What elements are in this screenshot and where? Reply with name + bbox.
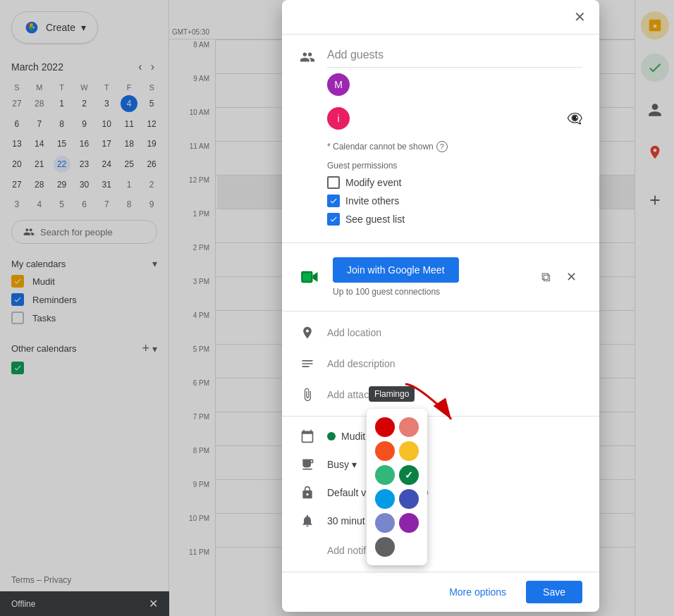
guest-avatar-2: i <box>327 107 350 130</box>
calendar-icon <box>299 428 316 445</box>
guests-icon <box>299 49 316 66</box>
status-chevron-icon: ▾ <box>352 459 357 470</box>
meet-copy-button[interactable]: ⧉ <box>534 266 557 288</box>
description-placeholder: Add description <box>327 358 396 369</box>
divider-2 <box>282 311 599 312</box>
color-swatch-grape[interactable] <box>399 513 419 533</box>
svg-rect-3 <box>303 273 312 281</box>
divider-3 <box>282 416 599 417</box>
visibility-row[interactable]: Default visibility ▾ ? <box>282 479 599 507</box>
event-modal: ✕ M i 👁‍🗨 <box>282 0 599 612</box>
modal-header: ✕ <box>282 0 599 35</box>
meet-logo <box>299 266 321 288</box>
location-placeholder: Add location <box>327 327 381 338</box>
save-button[interactable]: Save <box>526 581 582 603</box>
meet-note: Up to 100 guest connections <box>333 287 523 297</box>
notification-label: 30 minut <box>327 515 365 526</box>
join-google-meet-button[interactable]: Join with Google Meet <box>333 257 459 283</box>
invite-others-label: Invite others <box>345 195 399 207</box>
calendar-note: * Calendar cannot be shown ? <box>327 141 582 152</box>
guests-content: M i 👁‍🗨 * Calendar cannot be shown ? <box>327 46 582 231</box>
meet-actions: ⧉ ✕ <box>534 266 582 288</box>
modal-footer: More options Save <box>282 572 599 612</box>
divider-1 <box>282 242 599 243</box>
notification-row[interactable]: 30 minut ▾ <box>282 507 599 535</box>
description-icon <box>299 355 316 372</box>
modal-body: M i 👁‍🗨 * Calendar cannot be shown ? <box>282 35 599 572</box>
color-swatch-lavender[interactable] <box>375 513 395 533</box>
location-icon <box>299 324 316 341</box>
location-row[interactable]: Add location <box>282 317 599 348</box>
meet-content: Join with Google Meet Up to 100 guest co… <box>333 257 523 297</box>
color-swatch-blueberry[interactable] <box>399 489 419 509</box>
visibility-field-icon <box>299 484 316 501</box>
see-guest-list-checkbox[interactable] <box>327 213 340 226</box>
meet-section: Join with Google Meet Up to 100 guest co… <box>282 249 599 305</box>
calendar-picker-row[interactable]: Mudit ● <box>282 422 599 450</box>
calendar-name: Mudit <box>341 431 365 442</box>
color-swatch-flamingo[interactable] <box>399 417 419 437</box>
color-swatch-graphite[interactable] <box>375 537 395 557</box>
modify-event-label: Modify event <box>345 177 401 188</box>
guests-section: M i 👁‍🗨 * Calendar cannot be shown ? <box>282 40 599 237</box>
more-options-button[interactable]: More options <box>438 581 517 603</box>
add-guests-input[interactable] <box>327 46 582 68</box>
add-notification-row[interactable]: Add notification <box>282 535 599 566</box>
color-swatch-tangerine[interactable] <box>375 441 395 461</box>
attachment-row[interactable]: Add attachment <box>282 379 599 410</box>
permission-see-guest-list[interactable]: See guest list <box>327 213 582 226</box>
guest-row-1: M <box>327 68 582 101</box>
color-swatch-basil[interactable] <box>399 465 419 485</box>
status-row[interactable]: Busy ▾ <box>282 450 599 479</box>
color-swatch-tomato[interactable] <box>375 417 395 437</box>
calendar-color-dot <box>327 432 336 441</box>
attachment-icon <box>299 386 316 403</box>
color-swatch-peacock[interactable] <box>375 489 395 509</box>
guest-info-2: i <box>327 104 350 133</box>
permission-modify-event[interactable]: Modify event <box>327 176 582 189</box>
status-select[interactable]: Busy ▾ <box>327 459 357 470</box>
modify-event-checkbox[interactable] <box>327 176 340 189</box>
notification-icon <box>299 512 316 529</box>
color-swatch-banana[interactable] <box>399 441 419 461</box>
calendar-note-text: * Calendar cannot be shown <box>327 142 434 152</box>
guest-avatar-1: M <box>327 73 350 96</box>
guest-permissions: Guest permissions Modify event Invite ot… <box>327 161 582 226</box>
visibility-icon: 👁‍🗨 <box>567 111 582 126</box>
attachment-placeholder: Add attachment <box>327 389 396 400</box>
guest-info-1: M <box>327 70 350 99</box>
description-row[interactable]: Add description <box>282 348 599 379</box>
color-swatch-sage[interactable] <box>375 465 395 485</box>
notification-select[interactable]: 30 minut ▾ <box>327 515 373 526</box>
modal-close-button[interactable]: ✕ <box>568 6 591 28</box>
permission-invite-others[interactable]: Invite others <box>327 195 582 207</box>
status-label: Busy <box>327 459 349 470</box>
status-icon <box>299 456 316 473</box>
guest-row-2: i 👁‍🗨 <box>327 101 582 135</box>
invite-others-checkbox[interactable] <box>327 195 340 207</box>
see-guest-list-label: See guest list <box>345 214 405 225</box>
color-picker-popup <box>367 409 427 565</box>
permissions-title: Guest permissions <box>327 161 582 171</box>
meet-close-button[interactable]: ✕ <box>560 266 582 288</box>
calendar-note-help-icon: ? <box>436 141 448 152</box>
